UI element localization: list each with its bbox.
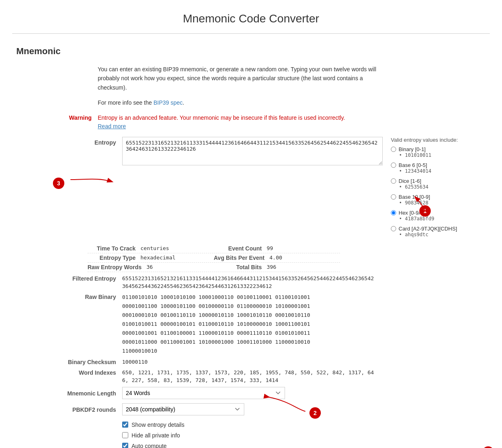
rew-val: 36	[147, 264, 153, 270]
info-row-et-abpe: Entropy Type hexadecimal Avg Bits Per Ev…	[88, 253, 340, 263]
abpe-key: Avg Bits Per Event	[214, 255, 270, 261]
entropy-option-base10-label: Base 10 [0-9]	[399, 194, 430, 200]
abpe-right: Avg Bits Per Event 4.00	[214, 255, 340, 261]
badge-3: 3	[53, 178, 64, 189]
word-indexes-row: Word Indexes 650, 1221, 1731, 1735, 1337…	[57, 369, 486, 384]
entropy-option-dice[interactable]: Dice [1-6] • 62535634	[391, 178, 458, 190]
entropy-option-binary[interactable]: Binary [0-1] • 101010011	[391, 146, 458, 158]
auto-compute-checkbox[interactable]	[122, 443, 128, 448]
page-title: Mnemonic Code Converter	[0, 0, 502, 33]
entropy-option-base6-example: • 123434014	[399, 168, 458, 174]
mnemonic-length-row: Mnemonic Length 3 Words 6 Words 9 Words …	[57, 387, 486, 399]
auto-compute-row: Auto compute	[122, 443, 486, 448]
filtered-entropy-row: Filtered Entropy 65515223131652132161133…	[57, 275, 486, 290]
binary-checksum-row: Binary Checksum 10000110	[57, 358, 486, 366]
rew-left: Raw Entropy Words 36	[88, 264, 214, 270]
valid-entropy-panel: Valid entropy values include: Binary [0-…	[391, 137, 458, 242]
badge-2: 2	[309, 407, 321, 419]
show-entropy-row: Show entropy details	[122, 422, 486, 428]
mnemonic-length-select[interactable]: 3 Words 6 Words 9 Words 12 Words 15 Word…	[122, 387, 285, 399]
tb-key: Total Bits	[214, 264, 267, 270]
raw-binary-value: 01100101010 10001010100 10001000110 0010…	[122, 293, 310, 356]
warning-label: Warning	[57, 114, 98, 131]
description-2: For more info see the BIP39 spec.	[98, 98, 383, 107]
binary-checksum-value: 10000110	[122, 358, 148, 366]
et-left: Entropy Type hexadecimal	[88, 255, 214, 261]
filtered-entropy-label: Filtered Entropy	[57, 275, 122, 290]
word-indexes-label: Word Indexes	[57, 369, 122, 384]
entropy-radio-dice[interactable]	[391, 178, 396, 184]
pbkdf2-row: PBKDF2 rounds 2048 (compatibility) 4096 …	[57, 403, 486, 415]
entropy-radio-base6[interactable]	[391, 163, 396, 168]
entropy-option-base6[interactable]: Base 6 [0-5] • 123434014	[391, 162, 458, 174]
entropy-radio-base10[interactable]	[391, 194, 396, 200]
entropy-option-dice-label: Dice [1-6]	[399, 178, 421, 184]
entropy-option-base10[interactable]: Base 10 [0-9] • 90834528	[391, 194, 458, 206]
entropy-option-base6-label: Base 6 [0-5]	[399, 162, 427, 168]
et-val: hexadecimal	[140, 255, 175, 261]
entropy-option-dice-example: • 62535634	[399, 184, 458, 190]
entropy-option-card-example: • ahqs9dtc	[399, 232, 458, 237]
entropy-option-card-label: Card [A2-9TJQK][CDHS]	[399, 226, 457, 232]
entropy-option-base10-example: • 90834528	[399, 200, 458, 206]
entropy-radio-binary[interactable]	[391, 147, 396, 152]
valid-entropy-title: Valid entropy values include:	[391, 137, 458, 143]
word-indexes-value: 650, 1221, 1731, 1735, 1337, 1573, 220, …	[122, 369, 375, 384]
entropy-option-binary-label: Binary [0-1]	[399, 146, 425, 152]
ttc-key: Time To Crack	[88, 245, 140, 252]
section-mnemonic-title: Mnemonic	[16, 46, 486, 57]
ttc-left: Time To Crack centuries	[88, 245, 214, 252]
entropy-input[interactable]: 6551522313165213216113331544441236164664…	[122, 137, 383, 165]
info-row-ttc-ec: Time To Crack centuries Event Count 99	[88, 244, 340, 253]
warning-text: Entropy is an advanced feature. Your mne…	[98, 114, 350, 131]
entropy-option-binary-example: • 101010011	[399, 152, 458, 158]
hide-private-label: Hide all private info	[132, 432, 180, 439]
info-row-rew-tb: Raw Entropy Words 36 Total Bits 396	[88, 263, 340, 272]
entropy-option-card[interactable]: Card [A2-9TJQK][CDHS] • ahqs9dtc	[391, 226, 458, 237]
auto-compute-label: Auto compute	[132, 443, 167, 448]
filtered-entropy-value: 6551522313165213216113315444412361646644…	[122, 275, 375, 290]
description-1: You can enter an existing BIP39 mnemonic…	[98, 65, 383, 92]
rew-key: Raw Entropy Words	[88, 264, 147, 270]
tb-val: 396	[267, 264, 276, 270]
ec-right: Event Count 99	[214, 245, 340, 252]
binary-checksum-label: Binary Checksum	[57, 358, 122, 366]
hide-private-checkbox[interactable]	[122, 432, 128, 438]
entropy-radio-card[interactable]	[391, 226, 396, 231]
badge-1: 1	[419, 205, 431, 217]
abpe-val: 4.00	[270, 255, 282, 261]
raw-binary-label: Raw Binary	[57, 293, 122, 356]
tb-right: Total Bits 396	[214, 264, 340, 270]
arrow-3	[59, 169, 116, 190]
entropy-option-hex-example: • 4187a8bfd9	[399, 216, 458, 222]
raw-binary-row: Raw Binary 01100101010 10001010100 10001…	[57, 293, 486, 356]
et-key: Entropy Type	[88, 255, 140, 261]
warning-row: Warning Entropy is an advanced feature. …	[57, 114, 486, 131]
ec-val: 99	[267, 245, 273, 252]
entropy-option-hex[interactable]: Hex [0-9A-F] • 4187a8bfd9 1	[391, 210, 458, 222]
entropy-radio-hex[interactable]	[391, 210, 396, 215]
mnemonic-length-label: Mnemonic Length	[57, 389, 122, 397]
hide-private-row: Hide all private info	[122, 432, 486, 439]
ec-key: Event Count	[214, 245, 267, 252]
read-more-link[interactable]: Read more	[98, 123, 126, 130]
entropy-label: Entropy	[57, 137, 122, 146]
ttc-val: centuries	[140, 245, 169, 252]
bip39-spec-link[interactable]: BIP39 spec	[153, 99, 183, 106]
show-entropy-label: Show entropy details	[132, 422, 184, 428]
info-grid: Time To Crack centuries Event Count 99 E…	[88, 244, 340, 272]
pbkdf2-label: PBKDF2 rounds	[57, 406, 122, 413]
show-entropy-checkbox[interactable]	[122, 422, 128, 428]
pbkdf2-select[interactable]: 2048 (compatibility) 4096 8192	[122, 403, 244, 415]
